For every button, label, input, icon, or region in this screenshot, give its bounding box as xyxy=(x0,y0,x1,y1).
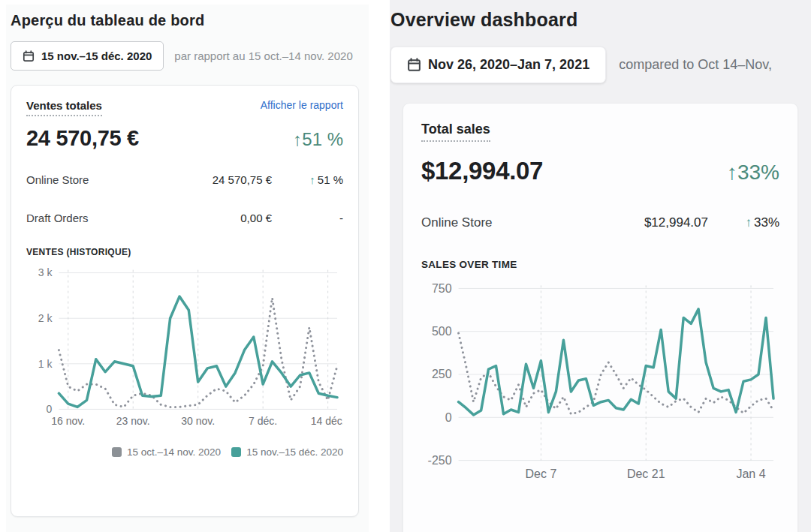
legend-swatch-teal xyxy=(231,447,241,457)
svg-text:2 k: 2 k xyxy=(38,312,53,324)
date-range-label: Nov 26, 2020–Jan 7, 2021 xyxy=(428,57,589,73)
dashboard-panel-french: Aperçu du tableau de bord 15 nov.–15 déc… xyxy=(6,5,369,532)
up-arrow-icon: ↑ xyxy=(309,173,315,186)
comparison-period-text: compared to Oct 14–Nov, xyxy=(619,57,772,73)
metric-title[interactable]: Ventes totales xyxy=(26,99,102,116)
table-row: Online Store $12,994.07 ↑33% xyxy=(421,215,779,230)
calendar-icon xyxy=(407,58,421,72)
calendar-icon xyxy=(23,50,35,62)
page-title: Aperçu du tableau de bord xyxy=(11,12,369,29)
channel-breakdown: Online Store $12,994.07 ↑33% xyxy=(421,215,779,230)
table-row: Draft Orders 0,00 € - xyxy=(26,212,343,224)
svg-text:-250: -250 xyxy=(428,454,452,467)
total-sales-amount: $12,994.07 xyxy=(421,157,543,185)
date-filter-row: 15 nov.–15 déc. 2020 par rapport au 15 o… xyxy=(11,41,369,71)
date-range-button[interactable]: 15 nov.–15 déc. 2020 xyxy=(11,41,164,71)
svg-text:Jan 4: Jan 4 xyxy=(736,467,765,480)
chart-heading: VENTES (HISTORIQUE) xyxy=(26,247,343,257)
row-value: 24 570,75 € xyxy=(144,173,272,186)
total-sales-delta: ↑51 % xyxy=(293,129,343,150)
total-sales-delta: ↑33% xyxy=(727,161,779,185)
svg-text:Dec 7: Dec 7 xyxy=(526,467,557,480)
row-change: ↑33% xyxy=(708,215,779,230)
total-sales-card: Total sales $12,994.07 ↑33% Online Store… xyxy=(402,103,798,532)
legend-item-previous-period[interactable]: 15 oct.–14 nov. 2020 xyxy=(112,446,221,458)
sales-over-time-chart: 7505002500-250Dec 7Dec 21Jan 4 xyxy=(421,278,779,489)
sales-history-chart: 3 k2 k1 k016 nov.23 nov.30 nov.7 déc.14 … xyxy=(26,263,343,434)
row-change: - xyxy=(272,212,343,224)
svg-text:23 nov.: 23 nov. xyxy=(116,415,150,427)
date-filter-row: Nov 26, 2020–Jan 7, 2021 compared to Oct… xyxy=(390,47,811,83)
total-sales-card: Ventes totales Afficher le rapport 24 57… xyxy=(11,85,359,517)
date-range-label: 15 nov.–15 déc. 2020 xyxy=(41,50,152,62)
svg-text:16 nov.: 16 nov. xyxy=(51,415,85,427)
chart-heading: SALES OVER TIME xyxy=(421,259,779,270)
svg-text:14 déc.: 14 déc. xyxy=(311,415,343,427)
legend-swatch-gray xyxy=(112,447,122,457)
table-row: Online Store 24 570,75 € ↑51 % xyxy=(26,173,343,186)
channel-breakdown: Online Store 24 570,75 € ↑51 % Draft Ord… xyxy=(26,173,343,224)
svg-text:Dec 21: Dec 21 xyxy=(627,467,665,480)
svg-text:30 nov.: 30 nov. xyxy=(181,415,215,427)
page-title: Overview dashboard xyxy=(390,9,811,31)
svg-text:750: 750 xyxy=(432,282,452,295)
row-change: ↑51 % xyxy=(272,173,343,186)
view-report-link[interactable]: Afficher le rapport xyxy=(261,99,343,111)
up-arrow-icon: ↑ xyxy=(745,215,752,230)
comparison-period-text: par rapport au 15 oct.–14 nov. 2020 xyxy=(174,50,352,62)
svg-text:0: 0 xyxy=(47,403,53,415)
row-label: Draft Orders xyxy=(26,212,144,224)
svg-text:1 k: 1 k xyxy=(38,358,53,370)
row-value: 0,00 € xyxy=(144,212,272,224)
metric-title[interactable]: Total sales xyxy=(421,122,490,142)
svg-text:3 k: 3 k xyxy=(38,266,53,278)
row-value: $12,994.07 xyxy=(580,215,708,230)
dashboard-panel-english: Overview dashboard Nov 26, 2020–Jan 7, 2… xyxy=(390,0,811,532)
svg-text:7 déc.: 7 déc. xyxy=(249,415,277,427)
svg-text:250: 250 xyxy=(432,368,452,380)
legend-item-current-period[interactable]: 15 nov.–15 déc. 2020 xyxy=(231,446,343,458)
svg-text:500: 500 xyxy=(432,325,452,338)
chart-legend: 15 oct.–14 nov. 2020 15 nov.–15 déc. 202… xyxy=(26,446,343,458)
row-label: Online Store xyxy=(26,173,144,186)
date-range-button[interactable]: Nov 26, 2020–Jan 7, 2021 xyxy=(390,47,606,83)
total-sales-amount: 24 570,75 € xyxy=(26,126,139,151)
row-label: Online Store xyxy=(421,215,580,230)
svg-text:0: 0 xyxy=(445,411,452,424)
